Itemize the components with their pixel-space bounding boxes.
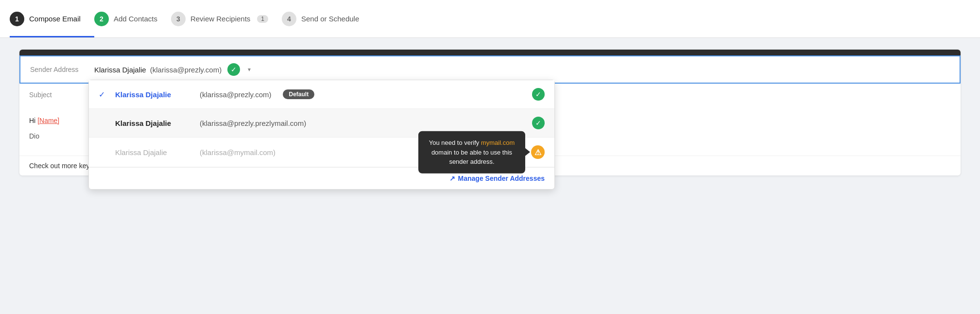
recipient-name-highlight: [Name] [37, 117, 59, 124]
email-card: Sender Address Klarissa Djajalie (klaris… [19, 50, 961, 175]
sender-label: Sender Address [30, 66, 88, 73]
step-add-contacts[interactable]: 2 Add Contacts [94, 0, 171, 37]
sender-name: Klarissa Djajalie [94, 66, 146, 74]
step-review[interactable]: 3 Review Recipients 1 [171, 0, 282, 37]
stepper: 1 Compose Email 2 Add Contacts 3 Review … [0, 0, 980, 38]
main-content: Sender Address Klarissa Djajalie (klaris… [0, 38, 980, 314]
tooltip-text-before: You need to verify [429, 139, 481, 146]
manage-sender-addresses-link[interactable]: ↗ Manage Sender Addresses [449, 174, 545, 182]
sender-address-field: Sender Address Klarissa Djajalie (klaris… [19, 55, 961, 84]
sender-email: (klarissa@prezly.com) [150, 66, 222, 74]
manage-link-label: Manage Sender Addresses [458, 174, 545, 182]
warning-tooltip: You need to verify mymail.com domain to … [418, 131, 525, 174]
tooltip-arrow [525, 148, 530, 156]
tooltip-domain: mymail.com [481, 139, 515, 146]
check-icon-1: ✓ [99, 90, 108, 99]
step-send[interactable]: 4 Send or Schedule [282, 0, 373, 37]
step-3-circle: 3 [171, 12, 186, 26]
option-2-email: (klarissa@prezly.prezlymail.com) [200, 119, 306, 127]
dropdown-option-1[interactable]: ✓ Klarissa Djajalie (klarissa@prezly.com… [89, 80, 554, 109]
step-compose[interactable]: 1 Compose Email [10, 0, 94, 37]
dropdown-arrow-icon[interactable]: ▾ [248, 66, 251, 73]
option-1-name: Klarissa Djajalie [115, 90, 193, 99]
dropdown-option-3[interactable]: Klarissa Djajalie (klarissa@mymail.com) … [89, 138, 554, 167]
option-3-warning-icon: ⚠ [531, 145, 545, 159]
card-header-bar [19, 50, 961, 55]
option-2-name: Klarissa Djajalie [115, 119, 193, 127]
option-1-email: (klarissa@prezly.com) [200, 90, 271, 99]
step-3-badge: 1 [257, 15, 268, 23]
step-4-circle: 4 [282, 12, 296, 26]
step-1-circle: 1 [10, 12, 24, 26]
sender-dropdown: ✓ Klarissa Djajalie (klarissa@prezly.com… [88, 80, 555, 190]
step-2-label: Add Contacts [114, 15, 157, 23]
option-3-name: Klarissa Djajalie [115, 148, 193, 157]
step-4-label: Send or Schedule [301, 15, 359, 23]
step-3-label: Review Recipients [190, 15, 250, 23]
option-2-verified-icon: ✓ [532, 117, 545, 129]
step-2-circle: 2 [94, 12, 109, 26]
external-link-icon: ↗ [449, 174, 455, 182]
subject-label: Subject [29, 91, 87, 99]
sender-value: Klarissa Djajalie (klarissa@prezly.com) [94, 66, 222, 74]
step-1-label: Compose Email [29, 15, 81, 23]
option-1-badge: Default [283, 89, 314, 99]
tooltip-text-after: domain to be able to use this sender add… [431, 148, 512, 165]
sender-verified-icon: ✓ [227, 63, 240, 76]
option-3-email: (klarissa@mymail.com) [200, 148, 275, 157]
option-1-verified-icon: ✓ [532, 88, 545, 101]
